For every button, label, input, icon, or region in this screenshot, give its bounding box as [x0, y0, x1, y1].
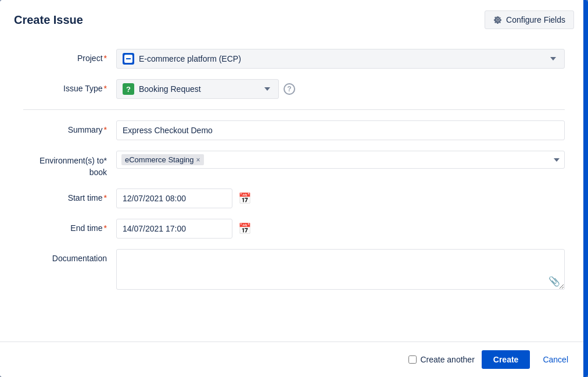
end-time-input[interactable] [116, 219, 232, 239]
gear-icon [493, 15, 503, 24]
cancel-button[interactable]: Cancel [537, 350, 574, 369]
end-time-calendar-icon[interactable]: 📅 [236, 220, 253, 237]
issue-type-row: Issue Type* ? Booking Request ? [23, 79, 565, 99]
environment-select[interactable]: eCommerce Staging × [116, 151, 565, 169]
attachment-icon[interactable]: 📎 [548, 276, 560, 287]
end-time-inner: 📅 [116, 219, 565, 239]
project-select[interactable]: E-commerce platform (ECP) [116, 49, 565, 69]
documentation-control: 📎 [116, 249, 565, 291]
dialog-body: Project* E-commerce platform (ECP) Issue… [0, 37, 588, 342]
dialog-accent-border [583, 0, 588, 377]
project-label: Project* [23, 49, 116, 63]
end-time-label: End time* [23, 219, 116, 233]
create-issue-dialog: Create Issue Configure Fields Project* [0, 0, 588, 377]
create-another-checkbox[interactable] [408, 355, 417, 364]
start-time-control: 📅 [116, 188, 565, 208]
end-time-row: End time* 📅 [23, 219, 565, 239]
start-time-row: Start time* 📅 [23, 188, 565, 208]
project-row: Project* E-commerce platform (ECP) [23, 49, 565, 69]
start-time-input[interactable] [116, 188, 232, 208]
end-time-control: 📅 [116, 219, 565, 239]
create-button[interactable]: Create [482, 350, 530, 369]
dialog-title: Create Issue [14, 13, 83, 27]
project-value: E-commerce platform (ECP) [139, 54, 546, 63]
issue-type-value: Booking Request [139, 84, 260, 94]
dialog-footer: Create another Create Cancel [0, 342, 588, 377]
issue-type-select[interactable]: ? Booking Request [116, 79, 279, 99]
project-icon [123, 53, 134, 65]
project-control: E-commerce platform (ECP) [116, 49, 565, 69]
issue-type-icon: ? [123, 83, 134, 95]
configure-fields-label: Configure Fields [506, 15, 565, 24]
project-chevron-icon [550, 57, 556, 61]
issue-type-chevron-icon [264, 87, 270, 91]
create-another-text: Create another [420, 355, 474, 364]
environment-row: Environment(s) to* book eCommerce Stagin… [23, 151, 565, 178]
issue-type-control: ? Booking Request ? [116, 79, 565, 99]
environment-tag-close[interactable]: × [196, 157, 200, 163]
summary-input[interactable] [116, 120, 565, 140]
configure-fields-button[interactable]: Configure Fields [485, 10, 574, 29]
issue-type-row-inner: ? Booking Request ? [116, 79, 565, 99]
issue-type-label: Issue Type* [23, 79, 116, 93]
environment-label: Environment(s) to* book [23, 151, 116, 178]
summary-label: Summary* [23, 120, 116, 134]
documentation-label: Documentation [23, 249, 116, 263]
summary-control [116, 120, 565, 140]
start-time-calendar-icon[interactable]: 📅 [236, 190, 253, 207]
summary-row: Summary* [23, 120, 565, 140]
project-icon-bar [126, 58, 131, 59]
help-icon[interactable]: ? [284, 83, 295, 95]
environment-tag: eCommerce Staging × [121, 154, 204, 165]
start-time-label: Start time* [23, 188, 116, 202]
documentation-wrapper: 📎 [116, 249, 565, 291]
create-another-label[interactable]: Create another [408, 355, 474, 364]
environment-chevron-icon [554, 158, 560, 162]
start-time-inner: 📅 [116, 188, 565, 208]
environment-tag-label: eCommerce Staging [125, 155, 194, 164]
documentation-row: Documentation 📎 [23, 249, 565, 291]
dialog-header: Create Issue Configure Fields [0, 0, 588, 37]
project-icon-inner [124, 55, 132, 63]
environment-control: eCommerce Staging × [116, 151, 565, 169]
documentation-textarea[interactable] [116, 249, 565, 290]
form-divider [23, 109, 565, 110]
